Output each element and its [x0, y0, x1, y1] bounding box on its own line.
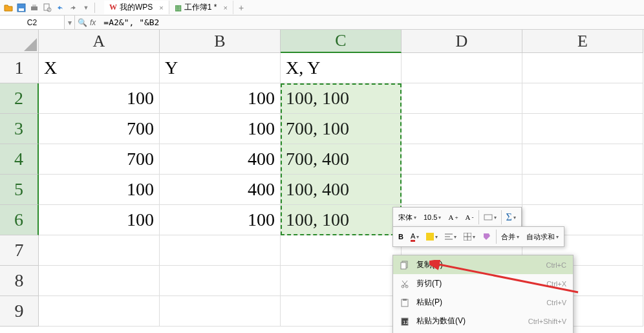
grid-row: 1XYX, Y	[0, 53, 644, 83]
align-button[interactable]: ▾	[442, 231, 459, 242]
print-icon[interactable]	[28, 2, 40, 14]
increase-font-icon[interactable]: A+	[445, 212, 460, 222]
quick-access-toolbar: ▼ W 我的WPS × ▦ 工作簿1 * × +	[0, 0, 644, 16]
name-box[interactable]: C2	[0, 16, 65, 29]
wps-logo-icon: W	[109, 3, 117, 12]
name-box-dropdown[interactable]: ▾	[65, 16, 75, 29]
bold-button[interactable]: B	[396, 231, 406, 242]
cell[interactable]	[402, 114, 522, 144]
close-icon[interactable]: ×	[223, 4, 227, 12]
cell[interactable]: 400	[160, 175, 281, 205]
column-headers: A B C D E	[0, 30, 644, 53]
cell[interactable]	[160, 235, 281, 266]
open-icon[interactable]	[3, 2, 14, 14]
cell[interactable]	[160, 266, 281, 296]
cell[interactable]	[402, 144, 522, 175]
cell[interactable]	[522, 144, 643, 175]
cell[interactable]	[522, 53, 643, 83]
autosum-label[interactable]: 自动求和▾	[524, 231, 561, 243]
cell[interactable]: 100	[160, 205, 281, 235]
formula-input[interactable]: =A2&", "&B2	[98, 17, 644, 27]
context-menu-item[interactable]: 剪切(T)Ctrl+X	[393, 274, 573, 293]
cell[interactable]	[281, 296, 402, 327]
col-header-C[interactable]: C	[281, 30, 402, 53]
svg-line-20	[402, 281, 407, 286]
context-menu-item[interactable]: 12粘贴为数值(V)Ctrl+Shift+V	[393, 312, 573, 330]
cell[interactable]: X, Y	[281, 53, 402, 83]
cell[interactable]	[402, 83, 522, 114]
close-icon[interactable]: ×	[159, 4, 163, 12]
row-header[interactable]: 6	[0, 205, 39, 235]
sheet-icon: ▦	[175, 3, 182, 12]
decrease-font-icon[interactable]: A-	[463, 212, 477, 222]
cell[interactable]: 700	[39, 144, 160, 175]
cell[interactable]: 100	[160, 83, 281, 114]
svg-line-19	[403, 281, 407, 286]
svg-text:12: 12	[403, 319, 409, 325]
cell[interactable]	[522, 83, 643, 114]
add-tab-button[interactable]: +	[233, 3, 249, 13]
cell[interactable]: Y	[160, 53, 281, 83]
col-header-D[interactable]: D	[402, 30, 522, 53]
dropdown-icon[interactable]: ▼	[80, 2, 92, 14]
tab-label: 我的WPS	[120, 2, 153, 13]
context-menu-item[interactable]: 复制(C)Ctrl+C	[393, 255, 573, 274]
cell[interactable]	[522, 175, 643, 205]
cell[interactable]: 100	[39, 83, 160, 114]
menu-item-label: 粘贴为数值(V)	[416, 316, 522, 327]
merge-label[interactable]: 合并▾	[499, 231, 522, 243]
cell[interactable]	[281, 266, 402, 296]
cell[interactable]	[39, 235, 160, 266]
font-size-select[interactable]: 10.5▾	[421, 212, 444, 222]
row-header[interactable]: 4	[0, 144, 39, 175]
cell[interactable]: 100, 400	[281, 175, 402, 205]
cell[interactable]: 100	[160, 114, 281, 144]
save-icon[interactable]	[16, 2, 27, 14]
print-preview-icon[interactable]	[41, 2, 53, 14]
cell[interactable]: 100	[39, 205, 160, 235]
cell[interactable]	[39, 296, 160, 327]
cell[interactable]: 100	[39, 175, 160, 205]
cell[interactable]	[402, 53, 522, 83]
cell[interactable]: 700	[39, 114, 160, 144]
format-painter-icon[interactable]	[480, 231, 494, 242]
fill-color-button[interactable]: ▾	[424, 231, 440, 242]
context-menu-item[interactable]: ⚙选择性粘贴(S)...	[393, 330, 573, 333]
svg-rect-6	[484, 215, 492, 220]
fx-icon[interactable]: fx	[90, 18, 96, 27]
row-header[interactable]: 8	[0, 266, 39, 296]
cell[interactable]	[160, 296, 281, 327]
col-header-A[interactable]: A	[39, 30, 160, 53]
font-color-button[interactable]: A▾	[408, 231, 422, 243]
cell[interactable]: 700, 100	[281, 114, 402, 144]
autosum-button[interactable]: Σ▾	[504, 210, 519, 224]
row-header[interactable]: 7	[0, 235, 39, 266]
font-select[interactable]: 宋体▾	[396, 211, 419, 224]
borders-button[interactable]: ▾	[461, 231, 478, 242]
cell[interactable]	[281, 235, 402, 266]
cell[interactable]	[402, 175, 522, 205]
row-header[interactable]: 3	[0, 114, 39, 144]
context-menu-item[interactable]: 粘贴(P)Ctrl+V	[393, 293, 573, 312]
svg-rect-2	[31, 6, 38, 10]
select-all-corner[interactable]	[0, 30, 39, 53]
col-header-E[interactable]: E	[522, 30, 643, 53]
cell[interactable]: 700, 400	[281, 144, 402, 175]
cell[interactable]: 400	[160, 144, 281, 175]
row-header[interactable]: 2	[0, 83, 39, 114]
cell[interactable]	[522, 114, 643, 144]
col-header-B[interactable]: B	[160, 30, 281, 53]
cell[interactable]: 100, 100	[281, 205, 402, 235]
merge-cells-button[interactable]: ▾	[481, 211, 499, 223]
tab-wps-home[interactable]: W 我的WPS ×	[104, 1, 169, 14]
row-header[interactable]: 9	[0, 296, 39, 327]
row-header[interactable]: 5	[0, 175, 39, 205]
redo-icon[interactable]	[67, 2, 79, 14]
search-icon[interactable]: 🔍	[78, 18, 87, 27]
cell[interactable]	[39, 266, 160, 296]
tab-workbook[interactable]: ▦ 工作簿1 * ×	[169, 1, 233, 14]
cell[interactable]: X	[39, 53, 160, 83]
cell[interactable]: 100, 100	[281, 83, 402, 114]
undo-icon[interactable]	[54, 2, 66, 14]
row-header[interactable]: 1	[0, 53, 39, 83]
